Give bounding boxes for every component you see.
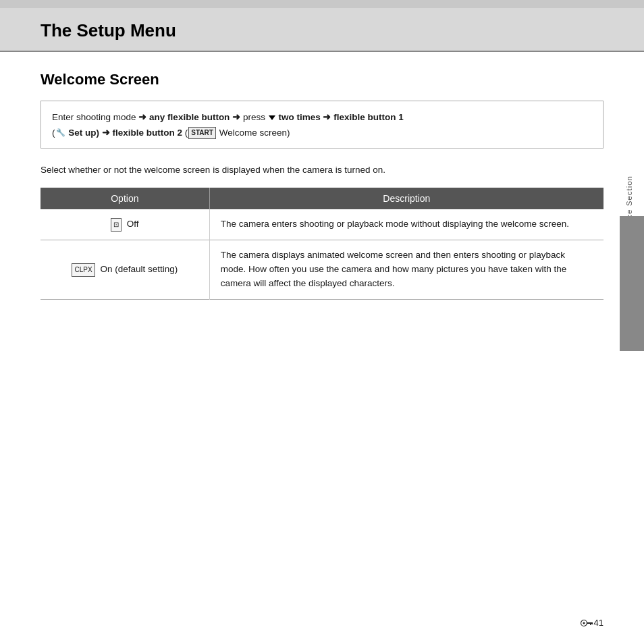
- header-section: The Setup Menu: [0, 8, 644, 52]
- footer-key-icon: [581, 619, 593, 627]
- footer: 41: [581, 618, 603, 628]
- nav-text-line1: Enter shooting mode ➜ any flexible butto…: [52, 112, 404, 122]
- option-icon-0: ⊡: [111, 218, 122, 232]
- page-title: The Setup Menu: [41, 20, 603, 41]
- col-description-header: Description: [209, 188, 603, 209]
- table-row: ⊡ OffThe camera enters shooting or playb…: [41, 209, 603, 240]
- option-icon-1: CLPX: [72, 263, 95, 277]
- description-text: Select whether or not the welcome screen…: [41, 163, 603, 177]
- nav-text-line2: (🔧 Set up) ➜ flexible button 2 (START We…: [52, 128, 290, 138]
- svg-rect-3: [590, 622, 591, 625]
- table-row: CLPX On (default setting)The camera disp…: [41, 240, 603, 300]
- option-cell-1: CLPX On (default setting): [41, 240, 209, 300]
- page-number: 41: [594, 618, 603, 628]
- main-content: Welcome Screen Enter shooting mode ➜ any…: [0, 52, 644, 313]
- nav-box: Enter shooting mode ➜ any flexible butto…: [41, 101, 603, 149]
- option-cell-0: ⊡ Off: [41, 209, 209, 240]
- description-cell-0: The camera enters shooting or playback m…: [209, 209, 603, 240]
- sidebar-tab: [620, 216, 644, 351]
- option-label-0: Off: [127, 219, 139, 229]
- svg-point-1: [583, 622, 585, 624]
- option-label-1: On (default setting): [100, 264, 178, 274]
- description-cell-1: The camera displays animated welcome scr…: [209, 240, 603, 300]
- options-table: Option Description ⊡ OffThe camera enter…: [41, 188, 603, 300]
- table-header-row: Option Description: [41, 188, 603, 209]
- svg-rect-4: [591, 622, 593, 624]
- col-option-header: Option: [41, 188, 209, 209]
- section-title: Welcome Screen: [41, 71, 603, 88]
- top-bar: [0, 0, 644, 8]
